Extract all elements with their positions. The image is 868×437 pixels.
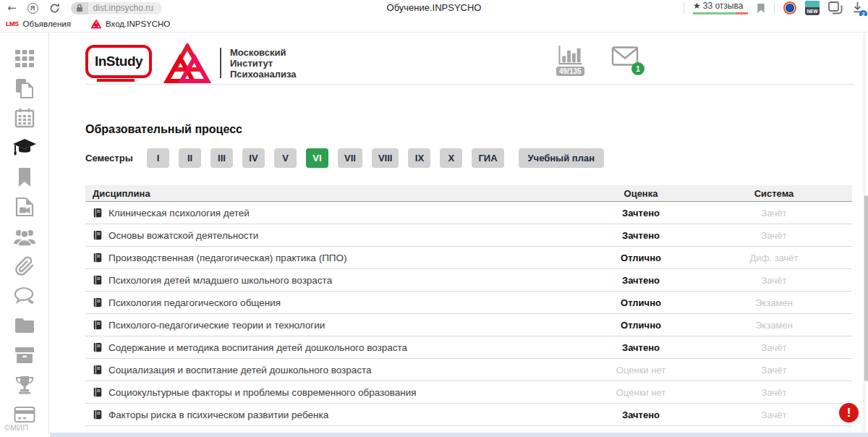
- back-button[interactable]: ←: [7, 0, 17, 16]
- horizontal-scrollbar[interactable]: [50, 433, 868, 437]
- institute-line: Психоанализа: [230, 69, 297, 80]
- browser-toolbar: ← Я dist.inpsycho.ru Обучение.INPSYCHO ★…: [0, 0, 868, 16]
- book-icon: [93, 275, 103, 285]
- table-row[interactable]: Психология детей младшего школьного возр…: [85, 269, 852, 292]
- tab-curriculum[interactable]: Учебный план: [519, 148, 604, 168]
- collections-icon[interactable]: [828, 1, 843, 14]
- discipline-name: Психолого-педагогические теории и технол…: [109, 320, 325, 331]
- bookmark-announcements[interactable]: LMS Объявления: [6, 20, 71, 28]
- disciplines-table: Дисциплина Оценка Система Клиническая пс…: [85, 185, 852, 426]
- page-title: Обучение.INPSYCHO: [217, 0, 651, 16]
- scrollbar-thumb[interactable]: [864, 195, 868, 381]
- mip-favicon: [91, 20, 101, 29]
- messages-icon[interactable]: [12, 286, 37, 306]
- grade-value: Отлично: [586, 297, 696, 308]
- semester-tab-10[interactable]: X: [440, 148, 462, 168]
- bookmark-flag-icon[interactable]: [757, 3, 765, 14]
- semester-tab-2[interactable]: II: [179, 148, 201, 168]
- semester-tab-7[interactable]: VII: [338, 148, 362, 168]
- table-row[interactable]: Социокультурные факторы и проблемы совре…: [85, 381, 852, 404]
- book-icon: [93, 253, 103, 263]
- achievements-icon[interactable]: [12, 375, 37, 395]
- semester-tab-1[interactable]: I: [147, 148, 169, 168]
- groups-icon[interactable]: [12, 226, 37, 247]
- progress-stats[interactable]: 49/135: [556, 45, 584, 76]
- toolbar-separator: [774, 3, 775, 13]
- header-divider: [220, 48, 221, 78]
- address-bar[interactable]: dist.inpsycho.ru: [71, 2, 162, 14]
- attachments-icon[interactable]: [12, 256, 37, 276]
- table-row[interactable]: Социализация и воспитание детей дошкольн…: [85, 359, 852, 381]
- institute-name: Московский Институт Психоанализа: [230, 47, 297, 80]
- payments-icon[interactable]: [12, 404, 37, 425]
- table-row[interactable]: Факторы риска в психическом развитии реб…: [85, 404, 852, 426]
- progress-badge: 49/135: [556, 67, 584, 76]
- calendar-icon[interactable]: [12, 108, 37, 128]
- table-row[interactable]: Основы вожатской деятельности Зачтено За…: [85, 224, 852, 247]
- mail-button[interactable]: 1: [611, 46, 639, 69]
- table-row[interactable]: Психология педагогического общения Отлич…: [85, 292, 852, 314]
- bookmarks-icon[interactable]: [12, 167, 37, 187]
- table-row[interactable]: Производственная (педагогическая) практи…: [85, 247, 852, 269]
- system-value: Экзамен: [696, 297, 852, 308]
- new-extension-icon[interactable]: NEW: [805, 1, 820, 15]
- book-icon: [93, 410, 103, 420]
- table-row[interactable]: Содержание и методика воспитания детей д…: [85, 336, 852, 359]
- reload-button[interactable]: [49, 3, 60, 14]
- semester-tab-4[interactable]: IV: [242, 148, 265, 168]
- bookmark-label: Объявления: [23, 20, 72, 28]
- bookmark-entry[interactable]: Вход.INPSYCHO: [91, 20, 170, 29]
- semester-tab-5[interactable]: V: [274, 148, 297, 168]
- column-discipline: Дисциплина: [85, 188, 586, 199]
- grade-value: Оценки нет: [586, 387, 696, 398]
- lms-favicon: LMS: [6, 20, 19, 27]
- grade-value: Зачтено: [586, 410, 696, 420]
- book-icon: [93, 208, 103, 218]
- yandex-icon[interactable]: Я: [27, 3, 38, 14]
- downloads-button[interactable]: 2: [851, 1, 864, 16]
- table-header: Дисциплина Оценка Система: [85, 185, 852, 202]
- bookmarks-bar: LMS Объявления Вход.INPSYCHO: [0, 16, 868, 33]
- discipline-name: Содержание и методика воспитания детей д…: [109, 342, 407, 353]
- lock-icon[interactable]: [71, 2, 88, 14]
- book-icon: [93, 342, 103, 352]
- apps-grid-icon[interactable]: [12, 48, 37, 69]
- book-icon: [93, 230, 103, 240]
- url-text[interactable]: dist.inpsycho.ru: [88, 2, 162, 14]
- mail-badge: 1: [631, 62, 644, 75]
- instudy-logo[interactable]: InStudy: [85, 45, 152, 78]
- discipline-name: Психология педагогического общения: [109, 297, 281, 308]
- instudy-logo-text: InStudy: [95, 54, 142, 69]
- discipline-name: Психология детей младшего школьного возр…: [109, 275, 332, 286]
- bookmark-label: Вход.INPSYCHO: [106, 20, 170, 28]
- grade-value: Зачтено: [586, 342, 696, 353]
- table-row[interactable]: Клиническая психология детей Зачтено Зач…: [85, 202, 852, 224]
- documents-icon[interactable]: [12, 78, 37, 98]
- discipline-name: Производственная (педагогическая) практи…: [109, 253, 347, 263]
- bar-chart-icon: [556, 45, 584, 66]
- video-materials-icon[interactable]: [12, 197, 37, 217]
- system-value: Зачёт: [696, 387, 852, 398]
- table-row[interactable]: Психолого-педагогические теории и технол…: [85, 314, 852, 336]
- semester-tab-9[interactable]: IX: [408, 148, 430, 168]
- semester-tab-6-active[interactable]: VI: [306, 148, 328, 168]
- site-rating[interactable]: ★33 отзыва: [693, 1, 748, 14]
- grade-value: Отлично: [586, 320, 696, 331]
- archive-icon[interactable]: [12, 345, 37, 365]
- education-icon[interactable]: [12, 137, 37, 158]
- alert-icon[interactable]: !: [839, 403, 859, 423]
- vertical-scrollbar[interactable]: [864, 33, 868, 433]
- column-system: Система: [696, 188, 852, 199]
- semester-tab-8[interactable]: VIII: [372, 148, 399, 168]
- semester-tab-gia[interactable]: ГИА: [472, 148, 503, 168]
- profile-avatar-icon[interactable]: [783, 1, 796, 14]
- mip-logo-icon: [163, 43, 211, 88]
- institute-line: Институт: [230, 58, 297, 69]
- system-value: Зачёт: [696, 365, 852, 376]
- files-icon[interactable]: [12, 315, 37, 336]
- semester-tab-3[interactable]: III: [210, 148, 233, 168]
- grade-value: Отлично: [586, 253, 696, 263]
- rating-bar: [693, 12, 748, 14]
- toolbar-separator: [684, 3, 684, 13]
- star-icon: ★: [693, 1, 701, 11]
